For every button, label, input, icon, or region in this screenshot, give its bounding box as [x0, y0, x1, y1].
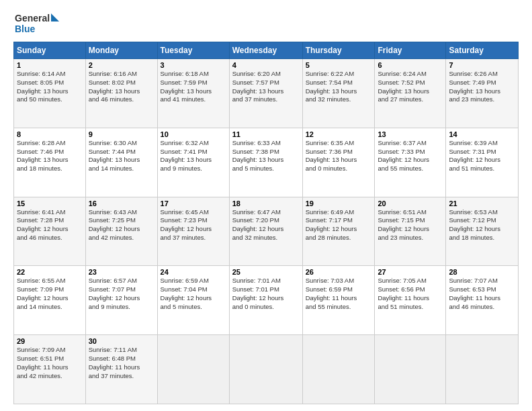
calendar-week-4: 22Sunrise: 6:55 AM Sunset: 7:09 PM Dayli…	[14, 266, 519, 335]
calendar-week-3: 15Sunrise: 6:41 AM Sunset: 7:28 PM Dayli…	[14, 197, 519, 266]
calendar-header-row: SundayMondayTuesdayWednesdayThursdayFrid…	[14, 42, 519, 59]
day-info: Sunrise: 6:47 AM Sunset: 7:20 PM Dayligh…	[232, 208, 300, 242]
calendar-cell: 13Sunrise: 6:37 AM Sunset: 7:33 PM Dayli…	[375, 128, 446, 197]
day-info: Sunrise: 7:03 AM Sunset: 6:59 PM Dayligh…	[306, 277, 372, 311]
calendar-week-5: 29Sunrise: 7:09 AM Sunset: 6:51 PM Dayli…	[14, 335, 519, 404]
calendar-cell: 4Sunrise: 6:20 AM Sunset: 7:57 PM Daylig…	[229, 59, 302, 128]
day-number: 8	[17, 130, 83, 138]
day-info: Sunrise: 7:05 AM Sunset: 6:56 PM Dayligh…	[378, 277, 443, 311]
calendar-cell: 24Sunrise: 6:59 AM Sunset: 7:04 PM Dayli…	[157, 266, 229, 335]
calendar-cell: 17Sunrise: 6:45 AM Sunset: 7:23 PM Dayli…	[157, 197, 229, 266]
day-info: Sunrise: 6:20 AM Sunset: 7:57 PM Dayligh…	[232, 70, 300, 104]
calendar-cell: 10Sunrise: 6:32 AM Sunset: 7:41 PM Dayli…	[157, 128, 229, 197]
day-number: 15	[17, 199, 83, 208]
calendar-cell	[229, 335, 302, 404]
day-number: 24	[161, 268, 226, 276]
svg-marker-2	[51, 13, 59, 21]
svg-text:General: General	[15, 13, 50, 24]
calendar-cell: 28Sunrise: 7:07 AM Sunset: 6:53 PM Dayli…	[446, 266, 519, 335]
day-number: 21	[449, 199, 515, 208]
calendar-cell: 18Sunrise: 6:47 AM Sunset: 7:20 PM Dayli…	[229, 197, 302, 266]
day-number: 1	[17, 61, 83, 69]
calendar-cell: 2Sunrise: 6:16 AM Sunset: 8:02 PM Daylig…	[85, 59, 157, 128]
day-number: 7	[449, 61, 515, 69]
calendar-week-1: 1Sunrise: 6:14 AM Sunset: 8:05 PM Daylig…	[14, 59, 519, 128]
calendar-cell: 25Sunrise: 7:01 AM Sunset: 7:01 PM Dayli…	[229, 266, 302, 335]
day-info: Sunrise: 6:16 AM Sunset: 8:02 PM Dayligh…	[89, 70, 154, 104]
day-info: Sunrise: 6:51 AM Sunset: 7:15 PM Dayligh…	[378, 208, 443, 242]
day-info: Sunrise: 6:45 AM Sunset: 7:23 PM Dayligh…	[161, 208, 226, 242]
calendar-cell: 7Sunrise: 6:26 AM Sunset: 7:49 PM Daylig…	[446, 59, 519, 128]
calendar-cell: 1Sunrise: 6:14 AM Sunset: 8:05 PM Daylig…	[14, 59, 86, 128]
day-number: 12	[306, 130, 372, 138]
day-number: 13	[378, 130, 443, 138]
day-info: Sunrise: 6:53 AM Sunset: 7:12 PM Dayligh…	[449, 208, 515, 242]
day-number: 6	[378, 61, 443, 69]
day-info: Sunrise: 7:11 AM Sunset: 6:48 PM Dayligh…	[89, 346, 154, 380]
day-info: Sunrise: 6:57 AM Sunset: 7:07 PM Dayligh…	[89, 277, 154, 311]
calendar-cell: 27Sunrise: 7:05 AM Sunset: 6:56 PM Dayli…	[375, 266, 446, 335]
calendar-cell: 26Sunrise: 7:03 AM Sunset: 6:59 PM Dayli…	[302, 266, 375, 335]
day-info: Sunrise: 6:28 AM Sunset: 7:46 PM Dayligh…	[17, 139, 83, 173]
calendar-cell: 12Sunrise: 6:35 AM Sunset: 7:36 PM Dayli…	[302, 128, 375, 197]
day-info: Sunrise: 6:30 AM Sunset: 7:44 PM Dayligh…	[89, 139, 154, 173]
calendar-cell	[302, 335, 375, 404]
logo: General Blue	[13, 11, 60, 36]
calendar-cell: 11Sunrise: 6:33 AM Sunset: 7:38 PM Dayli…	[229, 128, 302, 197]
calendar-cell: 8Sunrise: 6:28 AM Sunset: 7:46 PM Daylig…	[14, 128, 86, 197]
col-header-saturday: Saturday	[446, 42, 519, 59]
day-info: Sunrise: 6:55 AM Sunset: 7:09 PM Dayligh…	[17, 277, 83, 311]
day-info: Sunrise: 6:39 AM Sunset: 7:31 PM Dayligh…	[449, 139, 515, 173]
day-number: 4	[232, 61, 300, 69]
day-info: Sunrise: 6:22 AM Sunset: 7:54 PM Dayligh…	[306, 70, 372, 104]
day-info: Sunrise: 6:33 AM Sunset: 7:38 PM Dayligh…	[232, 139, 300, 173]
calendar-week-2: 8Sunrise: 6:28 AM Sunset: 7:46 PM Daylig…	[14, 128, 519, 197]
day-info: Sunrise: 6:49 AM Sunset: 7:17 PM Dayligh…	[306, 208, 372, 242]
calendar-cell: 30Sunrise: 7:11 AM Sunset: 6:48 PM Dayli…	[85, 335, 157, 404]
calendar-cell: 15Sunrise: 6:41 AM Sunset: 7:28 PM Dayli…	[14, 197, 86, 266]
day-number: 20	[378, 199, 443, 208]
day-number: 16	[89, 199, 154, 208]
day-number: 18	[232, 199, 300, 208]
day-number: 29	[17, 337, 83, 345]
day-info: Sunrise: 6:18 AM Sunset: 7:59 PM Dayligh…	[161, 70, 226, 104]
day-info: Sunrise: 7:07 AM Sunset: 6:53 PM Dayligh…	[449, 277, 515, 311]
calendar-cell: 9Sunrise: 6:30 AM Sunset: 7:44 PM Daylig…	[85, 128, 157, 197]
day-number: 14	[449, 130, 515, 138]
day-number: 30	[89, 337, 154, 345]
col-header-monday: Monday	[85, 42, 157, 59]
day-info: Sunrise: 6:43 AM Sunset: 7:25 PM Dayligh…	[89, 208, 154, 242]
day-number: 11	[232, 130, 300, 138]
page: General Blue SundayMondayTuesdayWednesda…	[0, 0, 532, 411]
calendar-cell: 23Sunrise: 6:57 AM Sunset: 7:07 PM Dayli…	[85, 266, 157, 335]
day-info: Sunrise: 6:41 AM Sunset: 7:28 PM Dayligh…	[17, 208, 83, 242]
logo-svg: General Blue	[13, 11, 60, 36]
calendar-cell: 19Sunrise: 6:49 AM Sunset: 7:17 PM Dayli…	[302, 197, 375, 266]
calendar-cell: 21Sunrise: 6:53 AM Sunset: 7:12 PM Dayli…	[446, 197, 519, 266]
header: General Blue	[13, 11, 519, 36]
calendar-cell	[157, 335, 229, 404]
col-header-wednesday: Wednesday	[229, 42, 302, 59]
day-number: 22	[17, 268, 83, 276]
calendar-cell	[446, 335, 519, 404]
day-info: Sunrise: 6:14 AM Sunset: 8:05 PM Dayligh…	[17, 70, 83, 104]
calendar-cell: 20Sunrise: 6:51 AM Sunset: 7:15 PM Dayli…	[375, 197, 446, 266]
day-number: 28	[449, 268, 515, 276]
day-number: 5	[306, 61, 372, 69]
day-number: 2	[89, 61, 154, 69]
calendar-cell	[375, 335, 446, 404]
day-info: Sunrise: 6:59 AM Sunset: 7:04 PM Dayligh…	[161, 277, 226, 311]
calendar-cell: 3Sunrise: 6:18 AM Sunset: 7:59 PM Daylig…	[157, 59, 229, 128]
day-number: 9	[89, 130, 154, 138]
day-number: 23	[89, 268, 154, 276]
svg-text:Blue: Blue	[15, 24, 36, 34]
col-header-thursday: Thursday	[302, 42, 375, 59]
day-number: 3	[161, 61, 226, 69]
calendar-cell: 16Sunrise: 6:43 AM Sunset: 7:25 PM Dayli…	[85, 197, 157, 266]
col-header-tuesday: Tuesday	[157, 42, 229, 59]
calendar-table: SundayMondayTuesdayWednesdayThursdayFrid…	[13, 42, 519, 404]
calendar-cell: 29Sunrise: 7:09 AM Sunset: 6:51 PM Dayli…	[14, 335, 86, 404]
day-info: Sunrise: 6:37 AM Sunset: 7:33 PM Dayligh…	[378, 139, 443, 173]
day-info: Sunrise: 6:32 AM Sunset: 7:41 PM Dayligh…	[161, 139, 226, 173]
col-header-sunday: Sunday	[14, 42, 86, 59]
